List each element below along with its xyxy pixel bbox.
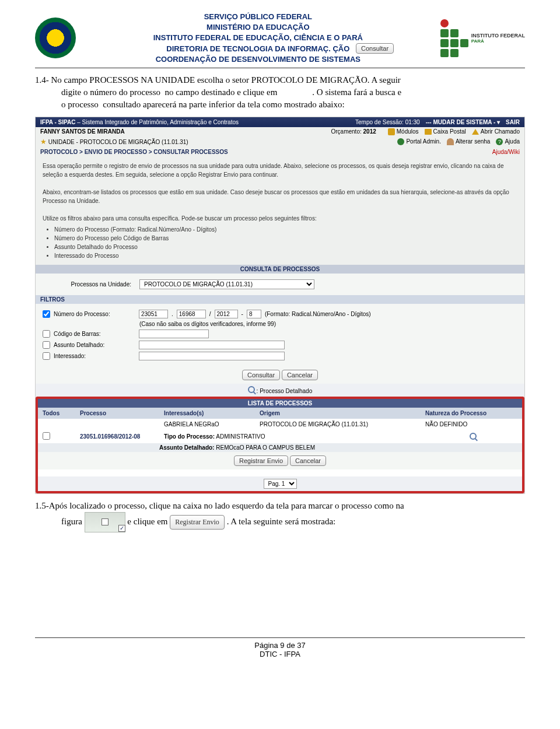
bullet-1: Número do Processo (Formato: Radical.Núm… [54, 225, 517, 234]
sipac-screenshot: IFPA - SIPAC – Sistema Integrado de Patr… [35, 117, 525, 494]
numero-processo-label: Número do Processo: [54, 311, 135, 317]
pagination: Pag. 1 [38, 476, 522, 491]
consultar-button[interactable]: Consultar [242, 370, 280, 380]
checkbox-figure: ✓ [85, 512, 125, 532]
registrar-envio-button[interactable]: Registrar Envio [234, 455, 288, 466]
alterar-label: Alterar senha [456, 138, 490, 145]
num-ano-input[interactable] [215, 310, 238, 318]
assunto-det-value: REMOcaO PARA O CAMPUS BELEM [216, 444, 315, 451]
th-processo: Processo [80, 410, 162, 416]
cell-origem: PROTOCOLO DE MIGRAÇÃO (11.01.31) [260, 421, 423, 427]
detalhado-label: : Processo Detalhado [257, 388, 313, 394]
bullet-2: Número do Processo pelo Código de Barras [54, 234, 517, 243]
username: FANNY SANTOS DE MIRANDA [40, 128, 125, 135]
modules-icon [388, 128, 395, 135]
logout-link[interactable]: SAIR [506, 119, 520, 125]
ajuda-label: Ajuda [505, 138, 520, 145]
session-time: Tempo de Sessão: 01:30 [355, 119, 420, 125]
proc-unidade-label: Processos na Unidade: [43, 281, 136, 288]
th-natureza: Natureza do Processo [425, 410, 507, 416]
cell-processo-number[interactable]: 23051.016968/2012-08 [80, 433, 162, 440]
th-interessados: Interessado(s) [164, 410, 257, 416]
interessado-input[interactable] [139, 352, 285, 360]
link-abrir-chamado[interactable]: Abrir Chamado [472, 128, 520, 135]
chk-codigo-barras[interactable] [43, 330, 50, 338]
header-line3: INSTITUTO FEDERAL DE EDUCAÇÃO, CIÊNCIA E… [82, 33, 435, 43]
consultar-button-overlay[interactable]: Consultar [356, 43, 394, 54]
lista-section-title: LISTA DE PROCESSOS [38, 399, 522, 408]
detail-magnifier-icon[interactable] [470, 433, 477, 440]
portal-label: Portal Admin. [406, 138, 440, 145]
link-modulos[interactable]: Módulos [388, 128, 419, 135]
orcamento-label: Orçamento: [331, 128, 362, 135]
unidade-label: UNIDADE - PROTOCOLO DE MIGRAÇÃO (11.01.3… [48, 139, 188, 145]
row-select-checkbox[interactable] [43, 432, 50, 440]
table-row: GABRIELA NEGRaO PROTOCOLO DE MIGRAÇÃO (1… [38, 419, 522, 430]
filtros-header: FILTROS [36, 295, 524, 304]
gear-icon [397, 138, 404, 145]
proc-unidade-select[interactable]: PROTOCOLO DE MIGRAÇÃO (11.01.31) [139, 279, 314, 289]
chk-interessado[interactable] [43, 352, 50, 360]
assunto-label: Assunto Detalhado: [54, 342, 135, 348]
open-ticket-icon [472, 129, 479, 135]
userbar: FANNY SANTOS DE MIRANDA Orçamento: 2012 … [36, 127, 524, 136]
header-line1: SERVIÇO PÚBLICO FEDERAL [82, 12, 435, 22]
page-select[interactable]: Pag. 1 [264, 479, 297, 489]
page-number: Página 9 de 37 [35, 641, 525, 650]
change-system-dropdown[interactable]: --- MUDAR DE SISTEMA - ▾ [426, 119, 500, 125]
consulta-section-title: CONSULTA DE PROCESSOS [36, 265, 524, 274]
page-footer: Página 9 de 37 DTIC - IFPA [35, 637, 525, 658]
logo-instituto-federal: INSTITUTO FEDERAL PARÁ [440, 19, 525, 57]
desc-para-1: Essa operação permite o registro de envi… [43, 162, 517, 179]
tipo-processo-label: Tipo do Processo: [164, 433, 215, 440]
num-radical-input[interactable] [139, 310, 168, 318]
table-header-row: Todos Processo Interessado(s) Origem Nat… [38, 408, 522, 419]
link-portal-admin[interactable]: Portal Admin. [397, 138, 440, 146]
if-sublabel: PARÁ [471, 38, 525, 44]
assunto-det-label: Assunto Detalhado: [159, 444, 214, 451]
cancelar-button[interactable]: Cancelar [282, 370, 318, 380]
para15-part-c: e clique em [127, 517, 170, 526]
codigo-barras-label: Código de Barras: [54, 331, 135, 337]
breadcrumb: PROTOCOLO > ENVIO DE PROCESSO > CONSULTA… [36, 147, 524, 157]
desc-para-2: Abaixo, encontram-se listados os process… [43, 188, 517, 205]
bullet-3: Assunto Detalhado do Processo [54, 243, 517, 251]
chk-numero-processo[interactable] [43, 310, 50, 318]
num-hint: (Caso não saiba os dígitos verificadores… [139, 321, 276, 327]
change-system-label: --- MUDAR DE SISTEMA - [426, 119, 497, 125]
cancelar-button-2[interactable]: Cancelar [290, 455, 326, 466]
registrar-envio-inline-button[interactable]: Registrar Envio [170, 515, 225, 530]
link-caixa-postal[interactable]: Caixa Postal [425, 128, 466, 135]
user-icon [447, 138, 454, 145]
link-ajuda[interactable]: ?Ajuda [496, 138, 520, 146]
abrir-label: Abrir Chamado [481, 128, 520, 135]
interessado-label: Interessado: [54, 353, 135, 359]
footer-org: DTIC - IFPA [35, 650, 525, 658]
num-numero-input[interactable] [177, 310, 206, 318]
link-alterar-senha[interactable]: Alterar senha [447, 138, 490, 146]
cell-natureza: NÃO DEFINIDO [425, 421, 507, 427]
help-icon: ? [496, 138, 503, 145]
desc-para-3: Utilize os filtros abaixo para uma consu… [43, 214, 517, 223]
tipo-processo-value: ADMINISTRATIVO [216, 433, 265, 440]
num-digitos-input[interactable] [247, 310, 261, 318]
userbar-2: ★ UNIDADE - PROTOCOLO DE MIGRAÇÃO (11.01… [36, 136, 524, 147]
breadcrumb-path: PROTOCOLO > ENVIO DE PROCESSO > CONSULTA… [40, 149, 228, 155]
table-row-main: 23051.016968/2012-08 Tipo do Processo: A… [38, 430, 522, 443]
th-origem: Origem [260, 410, 423, 416]
processo-detalhado-legend: : Processo Detalhado [36, 384, 524, 397]
star-icon: ★ [40, 138, 47, 146]
assunto-input[interactable] [139, 341, 285, 349]
help-wiki-link[interactable]: Ajuda/Wiki [492, 149, 520, 155]
magnifier-icon [248, 386, 255, 393]
brazil-seal-icon [35, 17, 76, 58]
mailbox-icon [425, 129, 432, 135]
num-format-hint: (Formato: Radical.Número/Ano - Dígitos) [265, 311, 371, 317]
para15-part-d: . A tela seguinte será mostrada: [227, 517, 336, 526]
chk-assunto[interactable] [43, 341, 50, 349]
codigo-barras-input[interactable] [139, 330, 209, 338]
app-title: IFPA - SIPAC [40, 119, 75, 125]
header-titles: SERVIÇO PÚBLICO FEDERAL MINISTÉRIO DA ED… [82, 12, 435, 65]
th-todos[interactable]: Todos [43, 410, 78, 416]
para15-figura-word: figura [61, 517, 82, 526]
